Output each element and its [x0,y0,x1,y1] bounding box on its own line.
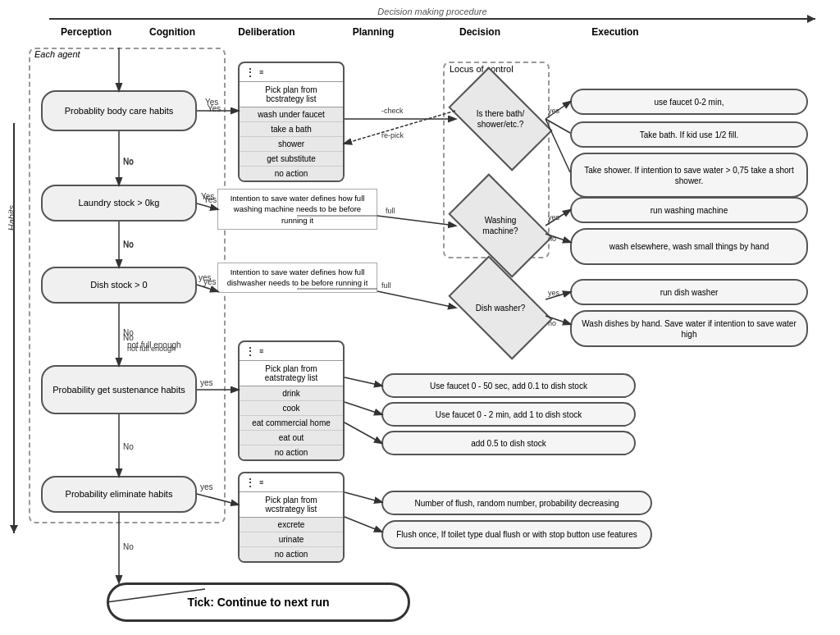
svg-line-42 [345,402,381,414]
run-washing-result: run washing machine [570,197,808,223]
diagram-title: Decision making procedure [377,7,486,16]
svg-line-41 [345,377,381,386]
wc-strategy-title: Pick plan fromwcstrategy list [240,492,343,518]
no-label-laundry: No [123,240,134,249]
laundry-stock-node: Laundry stock > 0kg [41,185,197,222]
svg-line-44 [345,492,381,502]
bc-item-2: take a bath [240,122,343,137]
svg-text:yes: yes [548,289,560,297]
washing-machine-decision: Washingmachine? [455,197,546,254]
yes-label-dish: yes [203,277,217,286]
col-decision: Decision [427,26,533,38]
habits-label: Habits [7,205,16,231]
top-arrow: Decision making procedure [49,7,815,20]
shower-result: Take shower. If intention to save water … [570,153,808,198]
eat-item-5: no action [240,445,343,459]
bc-item-3: shower [240,137,343,152]
wc-item-3: no action [240,547,343,561]
dish-washer-decision: Dish washer? [455,279,546,336]
svg-line-35 [377,291,455,308]
run-dish-result: run dish washer [570,279,808,305]
wc-strategy-box: ⋮ ≡ Pick plan fromwcstrategy list excret… [238,472,345,563]
bc-item-4: get substitute [240,152,343,167]
eat-item-2: cook [240,401,343,416]
eat-item-1: drink [240,386,343,401]
eat-strategy-box: ⋮ ≡ Pick plan fromeatstrategy list drink… [238,340,345,461]
bc-item-1: wash under faucet [240,107,343,122]
svg-line-23 [345,111,455,144]
eat-item-3: eat commercial home [240,416,343,431]
bath-shower-decision: Is there bath/shower/etc.? [455,90,546,148]
no-label-dish: No [123,328,134,337]
eliminate-node: Probability eliminate habits [41,476,197,513]
excrete-result: Number of flush, random number, probabil… [381,491,652,515]
washing-machine-intention: Intention to save water defines how full… [217,189,377,230]
diagram-container: { "title": "Decision making procedure", … [0,0,840,635]
wash-dishes-result: Wash dishes by hand. Save water if inten… [570,310,808,347]
svg-line-37 [546,292,570,299]
tick-box: Tick: Continue to next run [107,582,410,622]
bc-strategy-header: ⋮ ≡ [240,63,343,82]
svg-text:full: full [381,281,391,290]
col-execution: Execution [533,26,697,38]
dish-washer-label: Dish washer? [476,303,526,313]
col-perception: Perception [41,26,131,38]
wc-strategy-header: ⋮ ≡ [240,473,343,492]
wc-item-2: urinate [240,532,343,547]
svg-text:yes: yes [548,213,560,222]
bc-strategy-title: Pick plan frombcstrategy list [240,82,343,107]
yes-label-body: Yes [208,104,221,113]
body-care-node: Probablity body care habits [41,90,197,131]
svg-text:re-pick: re-pick [381,131,404,139]
eat-item-4: eat out [240,431,343,445]
col-cognition: Cognition [131,26,213,38]
wash-elsewhere-result: wash elsewhere, wash small things by han… [570,228,808,265]
svg-text:-check: -check [381,107,404,115]
svg-line-45 [345,517,381,532]
svg-line-43 [345,423,381,443]
dish-stock-node: Dish stock > 0 [41,267,197,304]
eat-strategy-header: ⋮ ≡ [240,342,343,361]
faucet-result: use faucet 0-2 min, [570,89,808,115]
col-deliberation: Deliberation [213,26,320,38]
svg-text:yes: yes [548,107,560,115]
locus-label: Locus of control [450,64,514,74]
dish-washer-intention: Intention to save water defines how full… [217,263,377,293]
cook-result: Use faucet 0 - 2 min, add 1 to dish stoc… [381,402,636,427]
washing-machine-label: Washingmachine? [482,215,518,236]
bc-strategy-box: ⋮ ≡ Pick plan frombcstrategy list wash u… [238,62,345,182]
svg-text:No: No [123,542,134,551]
column-headers: Perception Cognition Deliberation Planni… [41,26,840,38]
habits-arrow [13,123,15,533]
no-label-body: No [123,158,134,167]
top-arrow-line [49,18,815,20]
eat-strategy-title: Pick plan fromeatstrategy list [240,361,343,386]
not-full-label: not full enough [127,340,181,349]
eat-commercial-result: add 0.5 to dish stock [381,431,636,455]
yes-label-laundry: Yes [203,195,217,204]
wc-item-1: excrete [240,518,343,532]
bath-shower-label: Is there bath/shower/etc.? [477,108,524,130]
sustenance-node: Probability get sustenance habits [41,365,197,414]
bath-result: Take bath. If kid use 1/2 fill. [570,121,808,148]
drink-result: Use faucet 0 - 50 sec, add 0.1 to dish s… [381,373,636,398]
bc-item-5: no action [240,167,343,180]
col-planning: Planning [320,26,427,38]
each-agent-label: Each agent [34,49,80,59]
svg-text:full: full [386,207,395,215]
urinate-result: Flush once, If toilet type dual flush or… [381,520,652,549]
